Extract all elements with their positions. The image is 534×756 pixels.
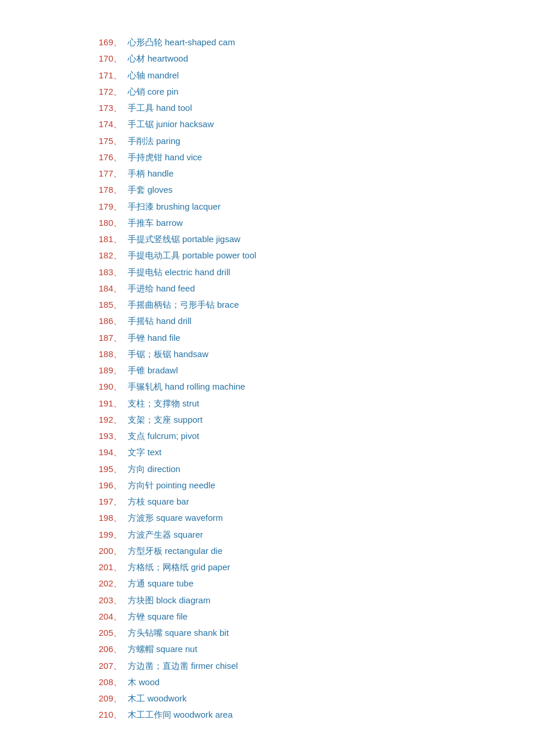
entry-number: 172、	[99, 84, 128, 99]
list-item: 210、木工工作间woodwork area	[99, 707, 534, 722]
list-item: 195、方向direction	[99, 462, 534, 477]
entry-number: 196、	[99, 478, 128, 493]
list-item: 200、方型牙板rectangular die	[99, 543, 534, 559]
entry-chinese: 方格纸；网格纸	[128, 560, 189, 575]
entry-english: paring	[156, 134, 181, 149]
entry-chinese: 方枝	[128, 494, 145, 509]
entry-number: 193、	[99, 429, 128, 444]
entry-number: 182、	[99, 248, 128, 263]
list-item: 190、手辗轧机hand rolling machine	[99, 379, 534, 394]
entry-number: 187、	[99, 330, 128, 345]
entry-chinese: 手工具	[128, 100, 154, 116]
entry-english: strut	[182, 396, 199, 411]
entry-chinese: 方锉	[128, 609, 145, 624]
entry-english: hand drill	[156, 314, 192, 329]
entry-number: 184、	[99, 281, 128, 296]
entry-chinese: 手提电动工具	[128, 248, 180, 263]
entry-english: woodwork area	[174, 707, 233, 722]
list-item: 186、手摇钻hand drill	[99, 314, 534, 329]
entry-chinese: 文字	[128, 445, 145, 460]
list-item: 187、手锉hand file	[99, 330, 534, 345]
entry-chinese: 手摇钻	[128, 314, 154, 329]
entry-english: hand feed	[156, 281, 195, 296]
entry-english: heart-shaped cam	[165, 35, 235, 50]
entry-chinese: 手推车	[128, 215, 154, 231]
entry-english: heartwood	[147, 51, 188, 66]
entry-english: portable jigsaw	[182, 232, 240, 247]
entry-chinese: 心销	[128, 84, 145, 99]
list-item: 180、手推车barrow	[99, 215, 534, 231]
entry-number: 169、	[99, 35, 128, 50]
entry-number: 191、	[99, 396, 128, 411]
entry-chinese: 手套	[128, 182, 145, 197]
entry-number: 183、	[99, 265, 128, 280]
entry-english: hand rolling machine	[165, 379, 245, 394]
list-item: 169、心形凸轮heart-shaped cam	[99, 35, 534, 50]
list-item: 173、手工具hand tool	[99, 100, 534, 116]
entry-number: 189、	[99, 363, 128, 378]
entry-number: 188、	[99, 347, 128, 362]
entry-number: 199、	[99, 527, 128, 542]
entry-number: 176、	[99, 150, 128, 165]
entry-chinese: 方头钻嘴	[128, 625, 163, 640]
entry-english: hand tool	[156, 100, 192, 116]
list-item: 201、方格纸；网格纸grid paper	[99, 560, 534, 575]
entry-number: 175、	[99, 134, 128, 149]
entry-number: 205、	[99, 625, 128, 640]
entry-chinese: 心轴	[128, 68, 145, 83]
entry-number: 171、	[99, 68, 128, 83]
entry-english: pointing needle	[156, 478, 215, 493]
entry-chinese: 支柱；支撑物	[128, 396, 180, 411]
list-item: 189、手锥bradawl	[99, 363, 534, 378]
glossary-list: 169、心形凸轮heart-shaped cam170、心材heartwood1…	[99, 35, 534, 723]
entry-chinese: 方向针	[128, 478, 154, 493]
entry-chinese: 支点	[128, 429, 145, 444]
list-item: 181、手提式竖线锯portable jigsaw	[99, 232, 534, 247]
entry-english: hand vice	[165, 150, 202, 165]
list-item: 206、方螺帽square nut	[99, 642, 534, 657]
entry-english: barrow	[156, 215, 183, 231]
entry-english: square shank bit	[165, 625, 229, 640]
entry-english: square bar	[147, 494, 189, 509]
list-item: 192、支架；支座support	[99, 412, 534, 427]
entry-number: 181、	[99, 232, 128, 247]
entry-english: junior hacksaw	[156, 117, 214, 132]
entry-chinese: 心形凸轮	[128, 35, 163, 50]
entry-number: 209、	[99, 691, 128, 706]
entry-chinese: 手持虎钳	[128, 150, 163, 165]
entry-chinese: 方螺帽	[128, 642, 154, 657]
entry-chinese: 手锯；板锯	[128, 347, 171, 362]
entry-chinese: 方波形	[128, 510, 154, 525]
entry-english: handle	[147, 166, 174, 181]
entry-english: square nut	[156, 642, 197, 657]
list-item: 170、心材heartwood	[99, 51, 534, 66]
entry-chinese: 支架；支座	[128, 412, 171, 427]
list-item: 194、文字text	[99, 445, 534, 460]
entry-english: square tube	[147, 576, 193, 591]
entry-english: support	[174, 412, 203, 427]
entry-chinese: 手削法	[128, 134, 154, 149]
entry-chinese: 手辗轧机	[128, 379, 163, 394]
list-item: 176、手持虎钳hand vice	[99, 150, 534, 165]
list-item: 182、手提电动工具portable power tool	[99, 248, 534, 263]
entry-english: handsaw	[174, 347, 208, 362]
entry-chinese: 木工	[128, 691, 145, 706]
list-item: 184、手进给hand feed	[99, 281, 534, 296]
list-item: 171、心轴mandrel	[99, 68, 534, 83]
entry-english: fulcrum; pivot	[147, 429, 199, 444]
list-item: 204、方锉square file	[99, 609, 534, 624]
entry-english: woodwork	[147, 691, 187, 706]
list-item: 177、手柄handle	[99, 166, 534, 181]
list-item: 196、方向针pointing needle	[99, 478, 534, 493]
list-item: 193、支点fulcrum; pivot	[99, 429, 534, 444]
entry-english: direction	[147, 462, 181, 477]
entry-number: 170、	[99, 51, 128, 66]
entry-chinese: 手进给	[128, 281, 154, 296]
entry-number: 177、	[99, 166, 128, 181]
entry-chinese: 心材	[128, 51, 145, 66]
entry-number: 210、	[99, 707, 128, 722]
entry-chinese: 手锥	[128, 363, 145, 378]
entry-chinese: 手提式竖线锯	[128, 232, 180, 247]
entry-english: brushing lacquer	[156, 199, 221, 214]
list-item: 198、方波形square waveform	[99, 510, 534, 525]
